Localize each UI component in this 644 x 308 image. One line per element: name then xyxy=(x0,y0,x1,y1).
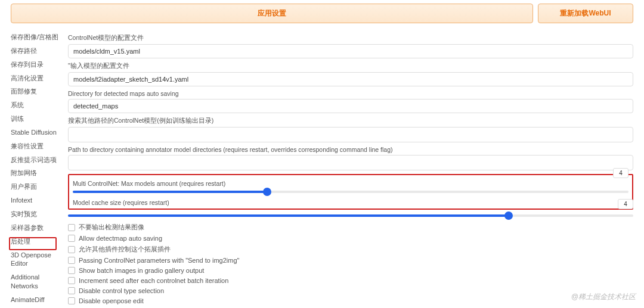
checkbox-label: Allow detectmap auto saving xyxy=(79,235,162,242)
checkbox-row[interactable]: Passing ControlNet parameters with "Send… xyxy=(68,257,633,264)
field-label: ControlNet模型的配置文件 xyxy=(68,34,633,42)
topbar: 应用设置 重新加载WebUI xyxy=(0,0,644,27)
slider-label: Model cache size (requires restart) xyxy=(73,199,628,206)
checkbox-label: Passing ControlNet parameters with "Send… xyxy=(79,257,239,264)
checkbox-row[interactable]: Increment seed after each controlnet bat… xyxy=(68,277,633,284)
checkbox-label: Increment seed after each controlnet bat… xyxy=(79,277,228,284)
slider-value: 4 xyxy=(618,199,633,209)
sidebar-item[interactable]: Additional Networks xyxy=(11,270,64,293)
adapter-config-input[interactable] xyxy=(68,72,633,86)
slider-thumb[interactable] xyxy=(263,188,271,196)
config-file-input[interactable] xyxy=(68,44,633,58)
checkbox[interactable] xyxy=(68,277,75,284)
checkbox-row[interactable]: Allow detectmap auto saving xyxy=(68,235,633,242)
extra-model-path-input[interactable] xyxy=(68,127,633,142)
sidebar-item[interactable]: AnimateDiff xyxy=(11,293,64,307)
max-models-slider[interactable] xyxy=(73,191,628,193)
sidebar-item[interactable]: 附加网络 xyxy=(11,166,64,180)
checkbox-row[interactable]: Disable control type selection xyxy=(68,287,633,294)
apply-settings-button[interactable]: 应用设置 xyxy=(11,4,533,23)
sidebar-item[interactable]: 高清化设置 xyxy=(11,71,64,85)
sidebar-item[interactable]: Stable Diffusion xyxy=(11,126,64,139)
checkbox-label: Disable control type selection xyxy=(79,287,164,294)
field-label: "输入模型的配置文件 xyxy=(68,62,633,70)
watermark: @稀土掘金技术社区 xyxy=(571,292,636,302)
sidebar-item[interactable]: 兼容性设置 xyxy=(11,139,64,153)
checkbox-row[interactable]: 允许其他插件控制这个拓展插件 xyxy=(68,245,633,254)
sidebar-item[interactable]: 3D Openpose Editor xyxy=(11,248,64,271)
sidebar-item[interactable]: Infotext xyxy=(11,194,64,207)
checkbox-label: 不要输出检测结果图像 xyxy=(79,223,144,232)
sidebar-item[interactable]: 实时预览 xyxy=(11,207,64,221)
checkbox[interactable] xyxy=(68,246,75,253)
checkbox[interactable] xyxy=(68,257,75,264)
annotator-dir-input[interactable] xyxy=(68,155,633,170)
checkbox[interactable] xyxy=(68,235,75,242)
sidebar-item[interactable]: 面部修复 xyxy=(11,85,64,98)
checkbox[interactable] xyxy=(68,267,75,274)
checkbox-label: Disable openpose edit xyxy=(79,297,144,304)
sidebar-item[interactable]: 保存图像/宫格图 xyxy=(11,30,64,44)
sidebar-item[interactable]: 用户界面 xyxy=(11,180,64,194)
slider-thumb[interactable] xyxy=(504,211,513,220)
checkbox[interactable] xyxy=(68,224,75,231)
checkbox[interactable] xyxy=(68,287,75,294)
checkbox-label: 允许其他插件控制这个拓展插件 xyxy=(79,245,171,254)
highlighted-section: Multi ControlNet: Max models amount (req… xyxy=(68,174,633,210)
checkbox[interactable] xyxy=(68,297,75,304)
field-label: Path to directory containing annotator m… xyxy=(68,146,633,153)
checkbox-row[interactable]: Disable openpose edit xyxy=(68,297,633,304)
checkbox-row[interactable]: 不要输出检测结果图像 xyxy=(68,223,633,232)
sidebar-item[interactable]: 系统 xyxy=(11,98,64,112)
slider-value: 4 xyxy=(613,168,628,178)
sidebar-item[interactable]: 后处理 xyxy=(11,235,64,248)
field-label: Directory for detected maps auto saving xyxy=(68,90,633,97)
slider-label: Multi ControlNet: Max models amount (req… xyxy=(73,180,628,187)
cache-size-slider[interactable] xyxy=(68,214,633,217)
reload-webui-button[interactable]: 重新加载WebUI xyxy=(538,4,633,23)
field-label: 搜索其他路径的ControlNet模型(例如训练输出目录) xyxy=(68,117,633,125)
sidebar-item[interactable]: 训练 xyxy=(11,112,64,126)
sidebar-item[interactable]: 反推提示词选项 xyxy=(11,153,64,167)
settings-sidebar: 保存图像/宫格图 保存路径 保存到目录 高清化设置 面部修复 系统 训练 Sta… xyxy=(11,30,64,308)
checkbox-label: Show batch images in gradio gallery outp… xyxy=(79,267,204,274)
sidebar-item[interactable]: 采样器参数 xyxy=(11,221,64,235)
settings-main: ControlNet模型的配置文件 "输入模型的配置文件 Directory f… xyxy=(64,30,633,308)
sidebar-item[interactable]: 保存到目录 xyxy=(11,58,64,71)
checkbox-row[interactable]: Show batch images in gradio gallery outp… xyxy=(68,267,633,274)
detected-maps-dir-input[interactable] xyxy=(68,99,633,113)
sidebar-item[interactable]: 保存路径 xyxy=(11,44,64,58)
